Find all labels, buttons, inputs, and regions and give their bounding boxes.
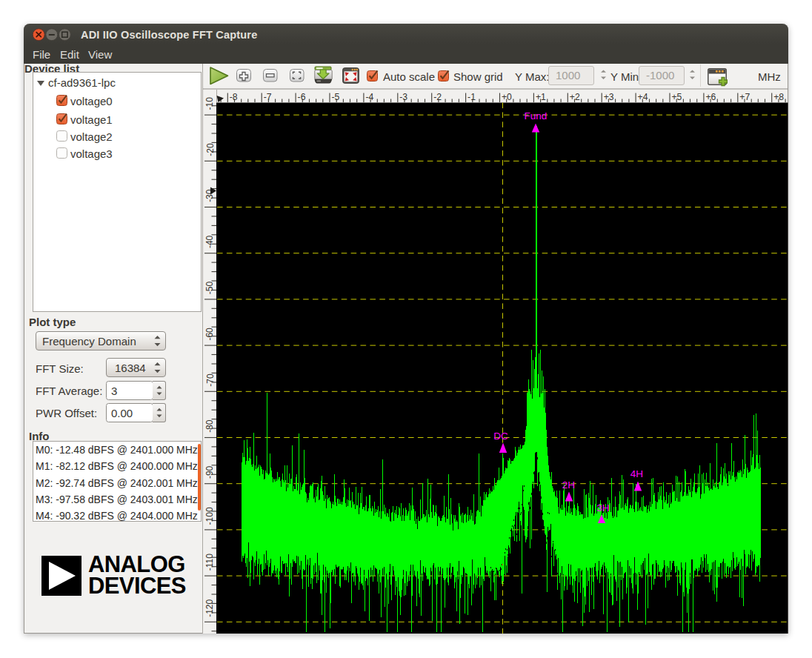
svg-text:-120: -120 bbox=[205, 599, 216, 617]
svg-text:2H: 2H bbox=[562, 479, 575, 491]
svg-text:+3: +3 bbox=[604, 92, 614, 102]
svg-text:+6: +6 bbox=[705, 92, 716, 102]
svg-text:-7: -7 bbox=[264, 92, 272, 102]
svg-text:-20: -20 bbox=[205, 143, 216, 156]
svg-text:+5: +5 bbox=[672, 92, 682, 102]
svg-text:+2: +2 bbox=[570, 92, 580, 102]
svg-text:-4: -4 bbox=[365, 92, 373, 102]
svg-text:-70: -70 bbox=[205, 373, 216, 387]
svg-text:-50: -50 bbox=[205, 282, 216, 295]
svg-text:-10: -10 bbox=[205, 97, 216, 110]
svg-text:-3: -3 bbox=[399, 92, 407, 102]
svg-text:4H: 4H bbox=[630, 468, 643, 479]
svg-text:-8: -8 bbox=[230, 92, 238, 102]
svg-text:-100: -100 bbox=[205, 507, 216, 525]
svg-text:-110: -110 bbox=[205, 554, 216, 571]
svg-text:-80: -80 bbox=[205, 419, 216, 433]
svg-text:+7: +7 bbox=[739, 92, 750, 102]
svg-text:+8: +8 bbox=[773, 92, 784, 102]
svg-text:-60: -60 bbox=[205, 328, 216, 341]
svg-text:-1: -1 bbox=[467, 92, 476, 102]
svg-text:-6: -6 bbox=[298, 92, 306, 102]
svg-text:3H: 3H bbox=[596, 502, 609, 514]
svg-text:+0: +0 bbox=[502, 92, 512, 102]
svg-text:-5: -5 bbox=[332, 92, 340, 102]
svg-text:+1: +1 bbox=[536, 92, 546, 102]
svg-text:DC: DC bbox=[493, 431, 508, 442]
svg-text:-2: -2 bbox=[433, 92, 442, 102]
svg-text:-90: -90 bbox=[205, 465, 216, 479]
svg-text:+4: +4 bbox=[638, 92, 648, 102]
svg-text:-40: -40 bbox=[205, 235, 216, 248]
svg-text:Fund: Fund bbox=[525, 110, 548, 122]
